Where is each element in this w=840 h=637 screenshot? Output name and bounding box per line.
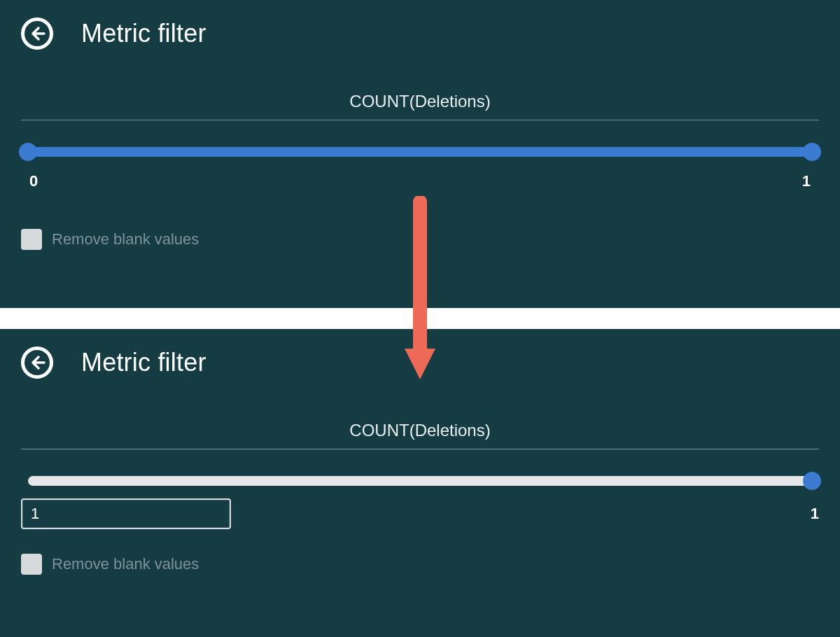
remove-blank-values-checkbox[interactable] bbox=[21, 229, 42, 250]
slider-track bbox=[28, 476, 812, 486]
slider-value-labels: 0 1 bbox=[28, 172, 812, 190]
divider bbox=[21, 449, 819, 449]
back-button[interactable] bbox=[21, 346, 53, 379]
remove-blank-values-row: Remove blank values bbox=[21, 229, 819, 250]
remove-blank-values-label: Remove blank values bbox=[52, 230, 199, 248]
arrow-left-icon bbox=[29, 354, 46, 371]
remove-blank-values-checkbox[interactable] bbox=[21, 554, 42, 575]
panel-title: Metric filter bbox=[81, 19, 206, 48]
slider-handle-min[interactable] bbox=[19, 143, 37, 161]
back-button[interactable] bbox=[21, 18, 53, 50]
metric-filter-panel-before: Metric filter COUNT(Deletions) 0 1 Remov… bbox=[0, 0, 840, 308]
slider-handle-max[interactable] bbox=[803, 143, 821, 161]
range-slider[interactable] bbox=[21, 476, 819, 486]
metric-name-label: COUNT(Deletions) bbox=[21, 92, 819, 111]
metric-name-label: COUNT(Deletions) bbox=[21, 421, 819, 440]
panel-title: Metric filter bbox=[81, 348, 206, 377]
panel-header: Metric filter bbox=[21, 18, 819, 50]
slider-max-label: 1 bbox=[802, 172, 811, 190]
slider-handle-max[interactable] bbox=[803, 472, 821, 490]
arrow-left-icon bbox=[29, 25, 46, 42]
slider-value-row: 1 bbox=[21, 498, 819, 529]
metric-filter-panel-after: Metric filter COUNT(Deletions) 1 Remove … bbox=[0, 329, 840, 637]
slider-min-label: 0 bbox=[29, 172, 38, 190]
remove-blank-values-row: Remove blank values bbox=[21, 554, 819, 575]
slider-track bbox=[28, 147, 812, 157]
slider-min-input[interactable] bbox=[21, 498, 231, 529]
range-slider[interactable]: 0 1 bbox=[21, 147, 819, 190]
divider bbox=[21, 120, 819, 120]
slider-max-label: 1 bbox=[811, 505, 819, 523]
remove-blank-values-label: Remove blank values bbox=[52, 555, 199, 573]
panel-header: Metric filter bbox=[21, 346, 819, 379]
